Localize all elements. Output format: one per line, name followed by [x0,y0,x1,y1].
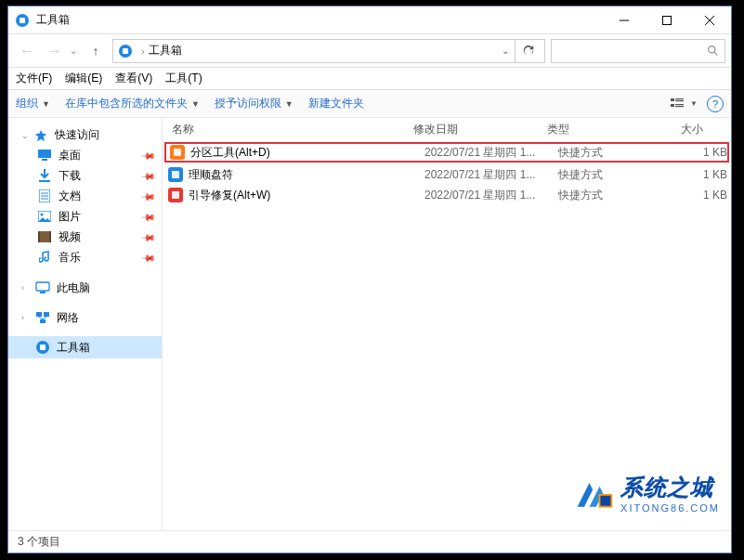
pin-icon: 📌 [141,250,156,265]
sidebar-item-desktop[interactable]: 桌面📌 [8,145,162,165]
sidebar-item-label: 文档 [59,189,81,204]
help-button[interactable]: ? [707,96,724,112]
address-bar[interactable]: › 工具箱 ⌄ [112,39,545,63]
svg-rect-15 [675,106,684,107]
column-headers: 名称 修改日期 类型 大小 [163,118,731,142]
network-item[interactable]: › 网络 [8,306,162,329]
refresh-button[interactable] [515,40,541,62]
svg-rect-12 [675,100,684,101]
window-title: 工具箱 [36,12,603,28]
network-label: 网络 [57,310,79,326]
file-name: 引导修复(Alt+W) [189,188,424,203]
svg-rect-36 [40,345,46,350]
file-type: 快捷方式 [558,167,664,183]
file-date: 2022/07/21 星期四 1... [424,145,558,161]
this-pc-label: 此电脑 [57,280,90,296]
file-icon [170,145,185,160]
toolbox-label: 工具箱 [57,340,90,356]
menu-bar: 文件(F) 编辑(E) 查看(V) 工具(T) [8,68,731,90]
svg-rect-31 [44,312,49,317]
location-icon [117,43,134,59]
chevron-down-icon: ⌄ [21,131,31,140]
svg-line-33 [39,317,43,319]
toolbox-item[interactable]: › 工具箱 [8,336,162,358]
sidebar-item-label: 图片 [59,209,81,225]
svg-rect-29 [40,292,46,293]
search-box[interactable] [551,39,725,63]
menu-file[interactable]: 文件(F) [16,71,52,86]
sidebar-item-videos[interactable]: 视频📌 [8,227,162,247]
chevron-right-icon: › [21,313,31,322]
watermark-subtitle: XITONG86.COM [620,502,720,514]
sidebar-item-label: 视频 [59,229,81,245]
sidebar-item-music[interactable]: 音乐📌 [8,247,162,267]
this-pc-item[interactable]: › 此电脑 [8,277,162,299]
file-date: 2022/07/21 星期四 1... [424,167,558,183]
videos-icon [36,229,53,244]
file-size: 1 KB [664,168,727,181]
sidebar-item-documents[interactable]: 文档📌 [8,186,162,206]
svg-rect-3 [663,16,672,24]
organize-dropdown[interactable]: 组织▼ [16,96,50,111]
svg-rect-39 [172,191,179,199]
sidebar-item-label: 音乐 [59,250,81,266]
column-type-header[interactable]: 类型 [538,122,644,137]
file-row[interactable]: 理顺盘符2022/07/21 星期四 1...快捷方式1 KB [163,164,731,185]
pin-icon: 📌 [141,209,156,224]
nav-back-button[interactable]: ← [14,38,40,64]
file-icon [168,167,183,182]
documents-icon [36,189,53,203]
svg-rect-27 [49,231,51,242]
pin-icon: 📌 [141,168,156,183]
svg-rect-41 [600,495,612,507]
svg-rect-38 [172,171,179,178]
search-icon[interactable] [707,45,719,57]
svg-rect-25 [38,231,51,242]
new-folder-button[interactable]: 新建文件夹 [308,96,364,111]
search-input[interactable] [557,45,707,58]
view-options-dropdown[interactable]: ▼ [671,98,698,111]
menu-edit[interactable]: 编辑(E) [65,71,102,86]
svg-rect-14 [675,104,684,105]
svg-point-24 [41,214,44,216]
file-row[interactable]: 分区工具(Alt+D)2022/07/21 星期四 1...快捷方式1 KB [164,142,729,163]
column-date-header[interactable]: 修改日期 [404,122,538,137]
include-in-library-dropdown[interactable]: 在库中包含所选的文件夹▼ [65,96,200,111]
column-size-header[interactable]: 大小 [644,122,712,137]
nav-history-dropdown[interactable]: ⌄ [70,46,83,56]
file-name: 分区工具(Alt+D) [190,145,424,161]
svg-rect-26 [38,231,40,242]
close-button[interactable] [688,7,731,34]
svg-rect-32 [40,319,46,323]
command-bar: 组织▼ 在库中包含所选的文件夹▼ 授予访问权限▼ 新建文件夹 ▼ ? [8,90,731,118]
grant-access-dropdown[interactable]: 授予访问权限▼ [215,96,294,111]
sidebar-item-pictures[interactable]: 图片📌 [8,206,162,227]
maximize-button[interactable] [646,7,688,34]
menu-tools[interactable]: 工具(T) [165,71,202,86]
watermark-logo-icon [574,473,615,514]
pin-icon: 📌 [141,189,156,203]
nav-up-button[interactable]: ↑ [85,38,107,64]
svg-rect-16 [38,150,51,158]
nav-forward-button[interactable]: → [42,38,68,64]
svg-rect-30 [36,312,42,317]
status-bar: 3 个项目 [8,530,731,553]
breadcrumb-location[interactable]: 工具箱 [149,43,182,59]
desktop-icon [36,148,53,163]
svg-rect-10 [671,98,674,101]
svg-rect-28 [36,282,49,291]
svg-rect-11 [675,98,684,99]
svg-line-9 [714,52,717,55]
file-type: 快捷方式 [558,145,664,161]
sidebar-item-downloads[interactable]: 下载📌 [8,165,162,186]
file-date: 2022/07/21 星期四 1... [424,188,558,203]
column-name-header[interactable]: 名称 [163,122,404,137]
quick-access-group[interactable]: ⌄ 快速访问 [8,125,162,145]
breadcrumb-separator-icon: › [141,46,145,57]
quick-access-label: 快速访问 [55,127,99,143]
minimize-button[interactable] [603,7,646,34]
menu-view[interactable]: 查看(V) [115,71,152,86]
address-dropdown-icon[interactable]: ⌄ [496,46,515,56]
file-icon [168,188,183,202]
file-row[interactable]: 引导修复(Alt+W)2022/07/21 星期四 1...快捷方式1 KB [163,185,731,205]
